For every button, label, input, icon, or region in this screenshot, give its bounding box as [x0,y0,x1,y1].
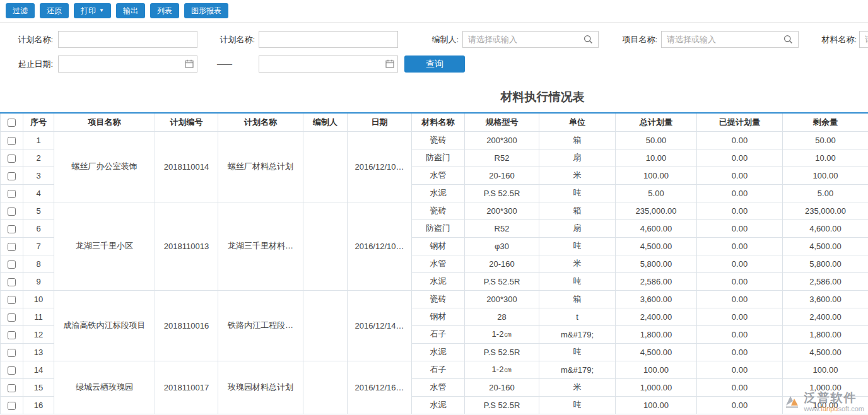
material-name-link[interactable]: 石子 [412,361,465,378]
row-checkbox[interactable] [8,190,16,198]
row-select-cell [1,167,23,184]
col-header-unit: 单位 [539,113,616,131]
spec-model: R52 [465,219,539,237]
total-planned-qty: 100.00 [616,167,697,184]
spec-model: 200*300 [465,202,539,219]
select-all-checkbox[interactable] [8,119,16,127]
date: 2016/12/14… [348,290,412,361]
graph-report-button[interactable]: 图形报表 [184,3,228,18]
row-checkbox[interactable] [8,208,16,216]
plan-number: 2018110013 [155,202,218,290]
list-button-label: 列表 [157,7,172,15]
plan-name: 铁路内江工程段… [218,290,303,361]
row-index: 5 [23,202,54,219]
row-checkbox[interactable] [8,278,16,286]
row-checkbox[interactable] [8,402,16,410]
row-index: 9 [23,272,54,290]
search-icon[interactable] [783,35,793,46]
spec-model: P.S 52.5R [465,272,539,290]
project-name-link[interactable]: 成渝高铁内江标段项目 [54,290,155,361]
date-to-input[interactable] [259,56,398,73]
calendar-icon[interactable] [185,59,194,70]
material-name-link[interactable]: 石子 [412,325,465,343]
plan-name: 龙湖三千里材料… [218,202,303,290]
col-header-plan-name: 计划名称 [218,113,303,131]
row-checkbox[interactable] [8,349,16,357]
total-planned-qty: 235,000.00 [616,202,697,219]
row-index: 4 [23,184,54,202]
date-from-input[interactable] [58,56,197,73]
row-checkbox[interactable] [8,260,16,269]
report-title-wrap: 材料执行情况表 [0,89,868,105]
plan-number: 2018110017 [155,361,218,414]
col-header-compiler: 编制人 [303,113,348,131]
material-name-link[interactable]: 防盗门 [412,219,465,237]
plan-number: 2018110016 [155,290,218,361]
plan-name-2-input[interactable] [259,31,398,48]
material-name-link[interactable]: 水管 [412,255,465,272]
remaining-qty: 10.00 [783,149,868,167]
unit: 扇 [539,219,616,237]
filter-button-label: 过滤 [13,7,28,15]
row-select-cell [1,272,23,290]
unit: 米 [539,255,616,272]
calendar-icon[interactable] [385,59,394,70]
unit: m&#179; [539,325,616,343]
total-planned-qty: 10.00 [616,149,697,167]
unit: 米 [539,378,616,396]
table-row: 1螺丝厂办公室装饰2018110014螺丝厂材料总计划2016/12/10…瓷砖… [1,131,868,149]
restore-button[interactable]: 还原 [40,3,69,18]
print-button[interactable]: 打印▼ [74,3,111,18]
row-index: 6 [23,219,54,237]
requested-planned-qty: 0.00 [697,167,783,184]
col-header-material: 材料名称 [412,113,465,131]
material-name-link[interactable]: 瓷砖 [412,131,465,149]
row-checkbox[interactable] [8,384,16,392]
material-name-link[interactable]: 钢材 [412,308,465,325]
search-button[interactable]: 查询 [404,56,465,73]
row-checkbox[interactable] [8,225,16,233]
list-button[interactable]: 列表 [150,3,179,18]
date: 2016/12/10… [348,131,412,202]
material-name-link[interactable]: 水管 [412,167,465,184]
row-checkbox[interactable] [8,172,16,180]
project-name-link[interactable]: 龙湖三千里小区 [54,202,155,290]
row-select-cell [1,184,23,202]
row-checkbox[interactable] [8,331,16,339]
export-button[interactable]: 输出 [116,3,145,18]
requested-planned-qty: 0.00 [697,361,783,378]
material-name-link[interactable]: 钢材 [412,237,465,255]
project-name-input[interactable] [661,31,799,48]
project-name-link[interactable]: 螺丝厂办公室装饰 [54,131,155,202]
row-checkbox[interactable] [8,137,16,145]
material-name-link[interactable]: 防盗门 [412,149,465,167]
material-name-link[interactable]: 水泥 [412,396,465,414]
requested-planned-qty: 0.00 [697,343,783,361]
row-checkbox[interactable] [8,155,16,163]
row-checkbox[interactable] [8,366,16,375]
row-checkbox[interactable] [8,296,16,304]
search-icon[interactable] [584,35,593,46]
compiler-input[interactable] [462,31,599,48]
material-name-link[interactable]: 瓷砖 [412,202,465,219]
material-name-link[interactable]: 水管 [412,378,465,396]
material-name-link[interactable]: 瓷砖 [412,290,465,308]
spec-model: 20-160 [465,378,539,396]
row-index: 3 [23,167,54,184]
material-name-input[interactable] [859,31,868,48]
col-header-requested: 已提计划量 [697,113,783,131]
project-name-link[interactable]: 绿城云栖玫瑰园 [54,361,155,414]
remaining-qty: 4,600.00 [783,219,868,237]
plan-name-1-input[interactable] [58,31,197,48]
compiler-label: 编制人: [412,32,459,48]
material-name-link[interactable]: 水泥 [412,272,465,290]
row-checkbox[interactable] [8,313,16,322]
spec-model: φ30 [465,237,539,255]
filter-button[interactable]: 过滤 [6,3,35,18]
spec-model: 200*300 [465,131,539,149]
material-name-link[interactable]: 水泥 [412,184,465,202]
row-checkbox[interactable] [8,243,16,251]
material-name-link[interactable]: 水泥 [412,343,465,361]
project-name-label: 项目名称: [611,32,657,48]
remaining-qty: 50.00 [783,131,868,149]
